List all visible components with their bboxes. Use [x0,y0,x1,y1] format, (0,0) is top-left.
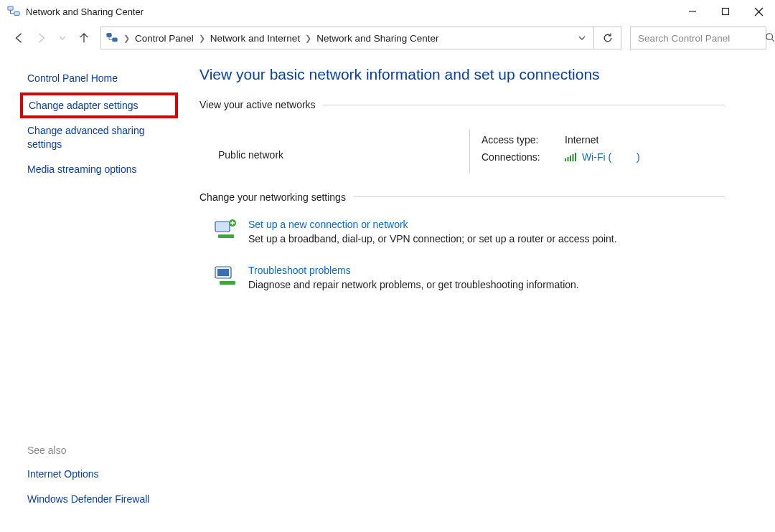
option-new-connection-desc: Set up a broadband, dial-up, or VPN conn… [248,233,617,244]
active-networks-label: View your active networks [199,99,316,110]
change-settings-label: Change your networking settings [199,191,346,203]
window-titlebar: Network and Sharing Center [0,0,775,23]
back-button[interactable] [9,27,30,49]
sidebar-link-internet-options[interactable]: Internet Options [20,462,187,487]
close-button[interactable] [742,0,775,23]
svg-rect-25 [217,269,229,276]
svg-rect-19 [215,222,230,232]
redacted-ssid: xxxxx [611,151,637,163]
chevron-right-icon[interactable]: ❯ [198,34,206,43]
wifi-connection-link[interactable]: Wi-Fi (xxxxx) [582,151,640,163]
option-new-connection-link[interactable]: Set up a new connection or network [248,219,617,230]
network-sharing-icon [105,32,118,44]
sidebar-link-change-advanced-sharing[interactable]: Change advanced sharing settings [20,120,187,157]
svg-rect-17 [573,154,574,161]
breadcrumb-network-internet[interactable]: Network and Internet [210,33,300,44]
svg-line-6 [755,8,763,16]
svg-line-13 [772,39,775,42]
chevron-right-icon[interactable]: ❯ [304,34,312,43]
address-history-dropdown[interactable] [575,31,589,45]
window-title: Network and Sharing Center [26,6,676,17]
search-box[interactable] [630,27,766,49]
see-also-heading: See also [20,439,187,462]
svg-rect-26 [220,281,235,285]
svg-rect-9 [113,38,117,42]
sidebar-link-windows-defender-firewall[interactable]: Windows Defender Firewall [20,487,187,512]
svg-rect-5 [723,9,729,15]
left-nav: Control Panel Home Change adapter settin… [0,53,187,532]
connections-label: Connections: [482,149,553,167]
search-icon[interactable] [765,32,775,44]
forward-button[interactable] [30,27,52,49]
chevron-right-icon[interactable]: ❯ [123,34,131,43]
network-type-label: Public network [218,149,469,161]
option-new-connection: Set up a new connection or network Set u… [214,212,725,257]
main-content: View your basic network information and … [187,53,775,532]
option-troubleshoot-link[interactable]: Troubleshoot problems [248,265,579,276]
maximize-button[interactable] [709,0,742,23]
svg-point-12 [766,33,773,39]
svg-rect-16 [570,156,571,161]
svg-rect-14 [565,158,566,161]
svg-rect-15 [568,157,569,161]
access-type-value: Internet [565,132,598,149]
new-connection-icon [214,219,238,240]
svg-line-7 [755,8,763,16]
breadcrumb-control-panel[interactable]: Control Panel [135,33,194,44]
search-input[interactable] [637,32,761,44]
active-network-panel: Public network Access type: Internet Con… [199,119,725,191]
breadcrumb-network-sharing-center[interactable]: Network and Sharing Center [316,33,438,44]
wifi-signal-icon [565,150,576,167]
up-button[interactable] [73,27,95,49]
svg-rect-18 [575,153,576,161]
network-sharing-icon [7,5,20,18]
address-bar[interactable]: ❯ Control Panel ❯ Network and Internet ❯… [100,27,594,49]
minimize-button[interactable] [676,0,709,23]
page-heading: View your basic network information and … [199,66,725,83]
toolbar: ❯ Control Panel ❯ Network and Internet ❯… [0,23,775,53]
recent-locations-button[interactable] [52,27,73,49]
refresh-button[interactable] [594,27,621,49]
troubleshoot-icon [214,265,238,286]
access-type-label: Access type: [482,132,553,149]
change-settings-section-header: Change your networking settings [199,191,725,203]
svg-rect-20 [218,234,234,238]
sidebar-link-change-adapter-settings[interactable]: Change adapter settings [20,92,178,118]
svg-rect-1 [14,11,19,15]
option-troubleshoot-desc: Diagnose and repair network problems, or… [248,279,579,290]
svg-rect-8 [107,34,111,37]
active-networks-section-header: View your active networks [199,99,725,110]
option-troubleshoot: Troubleshoot problems Diagnose and repai… [214,257,725,303]
sidebar-link-control-panel-home[interactable]: Control Panel Home [20,66,187,91]
svg-rect-0 [8,6,13,10]
sidebar-link-media-streaming[interactable]: Media streaming options [20,157,187,182]
